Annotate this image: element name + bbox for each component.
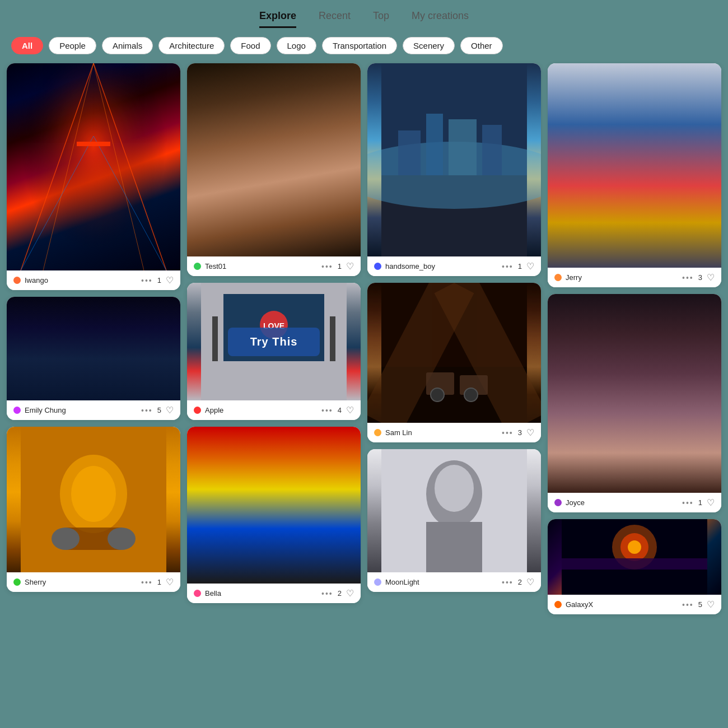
like-button[interactable]: ♡ (346, 261, 354, 272)
card-image-c4 (548, 63, 721, 268)
more-options-button[interactable]: ••• (321, 262, 333, 271)
card-c10[interactable]: Bella•••2♡ (187, 427, 361, 603)
avatar-dot (13, 407, 21, 414)
chip-food[interactable]: Food (230, 37, 270, 54)
more-options-button[interactable]: ••• (502, 578, 514, 587)
card-actions: •••1♡ (321, 261, 354, 272)
chip-animals[interactable]: Animals (102, 37, 153, 54)
like-button[interactable]: ♡ (346, 588, 354, 599)
tab-explore[interactable]: Explore (259, 10, 296, 28)
tab-my-creations[interactable]: My creations (412, 10, 469, 28)
svg-rect-25 (449, 119, 477, 175)
more-options-button[interactable]: ••• (502, 428, 514, 437)
more-options-button[interactable]: ••• (141, 276, 153, 285)
card-user-c6: Apple (194, 406, 223, 414)
svg-rect-24 (426, 114, 443, 175)
card-actions: •••3♡ (682, 272, 715, 283)
card-c9[interactable]: Sherry•••1♡ (7, 427, 180, 592)
top-nav: Explore Recent Top My creations (0, 0, 728, 28)
svg-rect-38 (426, 522, 482, 572)
like-button[interactable]: ♡ (166, 577, 174, 587)
chip-architecture[interactable]: Architecture (158, 37, 225, 54)
like-count: 1 (157, 578, 161, 586)
avatar-dot (194, 263, 201, 270)
card-c2[interactable]: Test01•••1♡ (187, 63, 361, 276)
like-button[interactable]: ♡ (166, 275, 174, 286)
like-button[interactable]: ♡ (707, 599, 715, 610)
card-c5[interactable]: Emily Chung•••5♡ (7, 297, 180, 420)
like-button[interactable]: ♡ (526, 261, 534, 272)
more-options-button[interactable]: ••• (321, 589, 333, 598)
more-options-button[interactable]: ••• (682, 498, 694, 507)
avatar-dot (194, 407, 201, 414)
card-c4[interactable]: Jerry•••3♡ (548, 63, 721, 287)
tab-top[interactable]: Top (373, 10, 389, 28)
svg-point-12 (52, 528, 80, 550)
svg-point-10 (71, 466, 116, 522)
card-c3[interactable]: handsome_boy•••1♡ (367, 63, 541, 276)
card-user-c12: GalaxyX (554, 600, 593, 609)
card-actions: •••4♡ (321, 405, 354, 416)
more-options-button[interactable]: ••• (682, 273, 694, 282)
avatar-dot (554, 499, 562, 506)
card-c6[interactable]: LOVETry ThisApple•••4♡ (187, 283, 361, 420)
card-footer-c4: Jerry•••3♡ (548, 268, 721, 287)
card-user-c2: Test01 (194, 262, 226, 270)
svg-rect-23 (398, 130, 421, 175)
card-image-c7 (367, 283, 541, 423)
like-count: 5 (698, 600, 702, 609)
card-actions: •••2♡ (502, 577, 534, 587)
chip-all[interactable]: All (11, 37, 43, 54)
card-c8[interactable]: Joyce•••1♡ (548, 294, 721, 512)
card-footer-c3: handsome_boy•••1♡ (367, 256, 541, 276)
username-label: GalaxyX (566, 600, 593, 609)
card-c1[interactable]: Iwango•••1♡ (7, 63, 180, 290)
more-options-button[interactable]: ••• (141, 578, 153, 587)
tab-recent[interactable]: Recent (319, 10, 351, 28)
like-button[interactable]: ♡ (707, 497, 715, 508)
svg-point-42 (628, 540, 641, 554)
filter-bar: All People Animals Architecture Food Log… (0, 28, 728, 63)
card-image-c2 (187, 63, 361, 256)
username-label: Iwango (25, 276, 48, 284)
card-c11[interactable]: MoonLight•••2♡ (367, 449, 541, 592)
chip-logo[interactable]: Logo (277, 37, 316, 54)
card-user-c9: Sherry (13, 578, 46, 586)
like-button[interactable]: ♡ (526, 577, 534, 587)
like-button[interactable]: ♡ (166, 405, 174, 416)
card-actions: •••1♡ (141, 577, 174, 587)
like-button[interactable]: ♡ (346, 405, 354, 416)
username-label: Joyce (566, 498, 585, 507)
like-button[interactable]: ♡ (526, 427, 534, 438)
card-image-c3 (367, 63, 541, 256)
chip-other[interactable]: Other (460, 37, 503, 54)
card-footer-c9: Sherry•••1♡ (7, 572, 180, 592)
like-count: 1 (518, 262, 522, 270)
svg-rect-17 (330, 316, 335, 361)
card-image-c9 (7, 427, 180, 572)
card-user-c1: Iwango (13, 276, 48, 284)
card-c7[interactable]: Sam Lin•••3♡ (367, 283, 541, 442)
card-image-c12 (548, 519, 721, 595)
username-label: Jerry (566, 273, 582, 282)
card-user-c4: Jerry (554, 273, 582, 282)
card-footer-c2: Test01•••1♡ (187, 256, 361, 276)
more-options-button[interactable]: ••• (141, 406, 153, 415)
avatar-dot (554, 601, 562, 608)
more-options-button[interactable]: ••• (682, 600, 694, 609)
card-footer-c12: GalaxyX•••5♡ (548, 595, 721, 614)
card-actions: •••3♡ (502, 427, 534, 438)
card-actions: •••1♡ (502, 261, 534, 272)
chip-transportation[interactable]: Transportation (322, 37, 397, 54)
chip-scenery[interactable]: Scenery (403, 37, 455, 54)
more-options-button[interactable]: ••• (502, 262, 514, 271)
like-button[interactable]: ♡ (707, 272, 715, 283)
chip-people[interactable]: People (49, 37, 96, 54)
more-options-button[interactable]: ••• (321, 406, 333, 415)
card-footer-c11: MoonLight•••2♡ (367, 572, 541, 592)
card-footer-c8: Joyce•••1♡ (548, 493, 721, 512)
username-label: Apple (205, 406, 223, 414)
card-c12[interactable]: GalaxyX•••5♡ (548, 519, 721, 614)
username-label: MoonLight (385, 578, 419, 586)
card-user-c3: handsome_boy (374, 262, 435, 270)
